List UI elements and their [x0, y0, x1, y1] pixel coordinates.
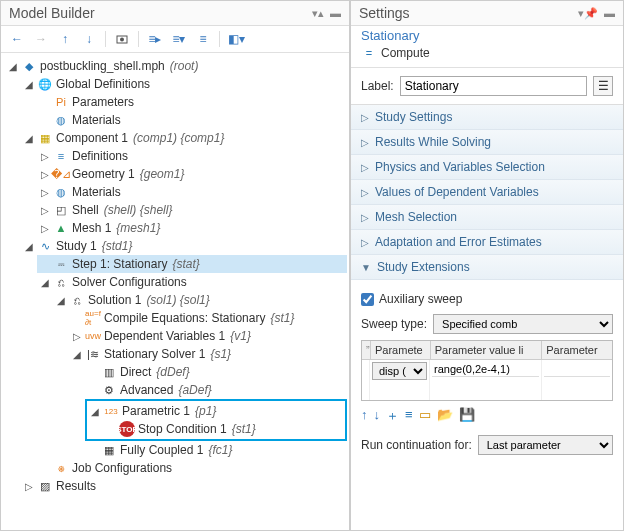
stationary-solver-node[interactable]: ◢|≋ Stationary Solver 1 {s1}	[69, 345, 347, 363]
results-node[interactable]: ▷▨ Results	[21, 477, 347, 495]
run-cont-select[interactable]: Last parameter	[478, 435, 613, 455]
fully-coupled-icon: ▦	[101, 442, 117, 458]
table-row[interactable]: disp (	[362, 360, 612, 382]
expand-icon[interactable]: ▷	[39, 223, 50, 234]
pi-icon: Pi	[53, 94, 69, 110]
expand-all-button[interactable]: ≡▾	[169, 29, 189, 49]
compute-button[interactable]: = Compute	[351, 43, 623, 68]
delete-button[interactable]: ≡	[405, 407, 413, 425]
chevron-right-icon: ▷	[361, 237, 369, 248]
chevron-right-icon: ▷	[361, 162, 369, 173]
section-dep-vars[interactable]: ▷Values of Dependent Variables	[351, 180, 623, 205]
section-mesh-sel[interactable]: ▷Mesh Selection	[351, 205, 623, 230]
table-handle[interactable]: ”	[362, 341, 371, 359]
geometry-icon: �⊿	[53, 166, 69, 182]
section-results-while[interactable]: ▷Results While Solving	[351, 130, 623, 155]
component-icon: ▦	[37, 130, 53, 146]
stop-condition-node[interactable]: STOP Stop Condition 1 {st1}	[103, 420, 345, 438]
show-button[interactable]	[112, 29, 132, 49]
param-select[interactable]: disp (	[372, 362, 427, 380]
label-input[interactable]	[400, 76, 587, 96]
settings-title: Settings	[359, 5, 578, 21]
expand-icon[interactable]: ◢	[89, 406, 100, 417]
advanced-icon: ⚙	[101, 382, 117, 398]
definitions-node[interactable]: ▷≡ Definitions	[37, 147, 347, 165]
expand-icon[interactable]: ▷	[39, 151, 50, 162]
tree-view-button[interactable]: ◧▾	[226, 29, 246, 49]
model-builder-toolbar: ← → ↑ ↓ ≡▸ ≡▾ ≡ ◧▾	[1, 26, 349, 53]
aux-sweep-checkbox[interactable]	[361, 293, 374, 306]
parameters-node[interactable]: Pi Parameters	[37, 93, 347, 111]
sweep-type-label: Sweep type:	[361, 317, 427, 331]
direct-node[interactable]: ▥ Direct {dDef}	[85, 363, 347, 381]
section-physics-vars[interactable]: ▷Physics and Variables Selection	[351, 155, 623, 180]
study-node[interactable]: ◢ ∿ Study 1 {std1}	[21, 237, 347, 255]
expand-icon[interactable]: ◢	[23, 79, 34, 90]
model-builder-panel: Model Builder ▾▴ ▬ ← → ↑ ↓ ≡▸ ≡▾ ≡ ◧▾ ◢ …	[0, 0, 350, 531]
file-icon: ◆	[21, 58, 37, 74]
global-definitions-node[interactable]: ◢ 🌐 Global Definitions	[21, 75, 347, 93]
clear-button[interactable]: ▭	[419, 407, 431, 425]
expand-icon[interactable]: ◢	[71, 349, 82, 360]
pin-icon[interactable]: ▾📌	[578, 7, 598, 20]
geometry-node[interactable]: ▷�⊿ Geometry 1 {geom1}	[37, 165, 347, 183]
add-button[interactable]: ＋	[386, 407, 399, 425]
parametric-icon: 123	[103, 403, 119, 419]
minimize-icon[interactable]: ▬	[330, 7, 341, 20]
param-values-input[interactable]	[432, 362, 539, 377]
solution-node[interactable]: ◢⎌ Solution 1 (sol1) {sol1}	[53, 291, 347, 309]
expand-icon[interactable]: ◢	[23, 241, 34, 252]
back-button[interactable]: ←	[7, 29, 27, 49]
save-button[interactable]: 💾	[459, 407, 475, 425]
move-up-button[interactable]: ↑	[361, 407, 368, 425]
shell-node[interactable]: ▷◰ Shell (shell) {shell}	[37, 201, 347, 219]
section-study-settings[interactable]: ▷Study Settings	[351, 105, 623, 130]
compile-node[interactable]: au=f∂t Compile Equations: Stationary {st…	[69, 309, 347, 327]
expand-icon[interactable]: ▷	[23, 481, 34, 492]
expand-icon[interactable]: ▷	[39, 205, 50, 216]
down-button[interactable]: ↓	[79, 29, 99, 49]
label-props-button[interactable]: ☰	[593, 76, 613, 96]
chevron-right-icon: ▷	[361, 112, 369, 123]
materials-node[interactable]: ◍ Materials	[37, 111, 347, 129]
collapse-all-button[interactable]: ≡▸	[145, 29, 165, 49]
param-unit-input[interactable]	[544, 362, 610, 377]
materials-comp-node[interactable]: ▷◍ Materials	[37, 183, 347, 201]
up-button[interactable]: ↑	[55, 29, 75, 49]
model-builder-header: Model Builder ▾▴ ▬	[1, 1, 349, 26]
job-configs-node[interactable]: ⎈ Job Configurations	[37, 459, 347, 477]
expand-icon[interactable]: ▷	[71, 331, 82, 342]
chevron-down-icon: ▼	[361, 262, 371, 273]
component-node[interactable]: ◢ ▦ Component 1 (comp1) {comp1}	[21, 129, 347, 147]
expand-icon[interactable]: ◢	[39, 277, 50, 288]
load-button[interactable]: 📂	[437, 407, 453, 425]
section-study-ext[interactable]: ▼Study Extensions	[351, 255, 623, 280]
move-down-button[interactable]: ↓	[374, 407, 381, 425]
solver-configs-node[interactable]: ◢⎌ Solver Configurations	[37, 273, 347, 291]
depvars-node[interactable]: ▷uvw Dependent Variables 1 {v1}	[69, 327, 347, 345]
forward-button: →	[31, 29, 51, 49]
advanced-node[interactable]: ⚙ Advanced {aDef}	[85, 381, 347, 399]
root-node[interactable]: ◢ ◆ postbuckling_shell.mph (root)	[5, 57, 347, 75]
expand-icon[interactable]: ▷	[39, 187, 50, 198]
expand-icon[interactable]: ◢	[7, 61, 18, 72]
settings-subtitle: Stationary	[361, 28, 420, 43]
mesh-node[interactable]: ▷▲ Mesh 1 {mesh1}	[37, 219, 347, 237]
stop-icon: STOP	[119, 421, 135, 437]
model-tree[interactable]: ◢ ◆ postbuckling_shell.mph (root) ◢ 🌐 Gl…	[1, 53, 349, 530]
parametric-node[interactable]: ◢123 Parametric 1 {p1}	[87, 402, 345, 420]
expand-icon[interactable]: ▷	[39, 169, 50, 180]
sweep-type-select[interactable]: Specified comb	[433, 314, 613, 334]
step-icon: ⎓	[53, 256, 69, 272]
expand-icon[interactable]: ◢	[23, 133, 34, 144]
col-parameter: Paramete	[371, 341, 431, 359]
run-cont-label: Run continuation for:	[361, 438, 472, 452]
section-adaptation[interactable]: ▷Adaptation and Error Estimates	[351, 230, 623, 255]
fully-coupled-node[interactable]: ▦ Fully Coupled 1 {fc1}	[85, 441, 347, 459]
chevron-right-icon: ▷	[361, 212, 369, 223]
collapse-icon[interactable]: ▾▴	[312, 7, 324, 20]
list-button[interactable]: ≡	[193, 29, 213, 49]
expand-icon[interactable]: ◢	[55, 295, 66, 306]
minimize-icon[interactable]: ▬	[604, 7, 615, 20]
step-stationary-node[interactable]: ⎓ Step 1: Stationary {stat}	[37, 255, 347, 273]
